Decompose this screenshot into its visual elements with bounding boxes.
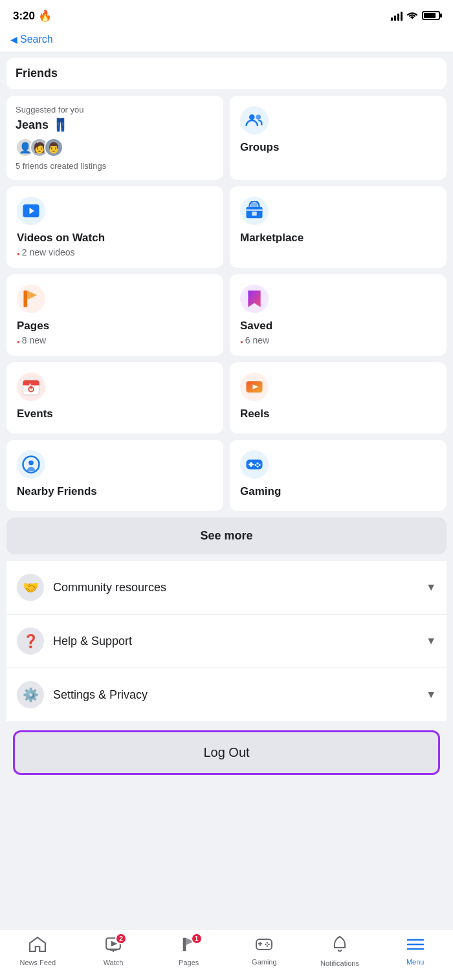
marketplace-icon <box>240 197 269 225</box>
status-icons <box>391 10 440 21</box>
status-bar: 3:20 🔥 <box>0 0 453 28</box>
help-support-item[interactable]: ❓ Help & Support ▼ <box>6 615 447 668</box>
svg-point-24 <box>257 463 259 464</box>
row-4: ★ Events Reels <box>6 362 447 433</box>
gaming-card[interactable]: Gaming <box>230 440 447 511</box>
community-resources-icon: 🤝 <box>17 574 44 601</box>
help-support-label: Help & Support <box>53 635 132 648</box>
saved-subtitle: ●6 new <box>240 335 436 345</box>
menu-icon <box>406 937 425 955</box>
reels-title: Reels <box>240 408 436 420</box>
jeans-card[interactable]: Suggested for you Jeans 👖 👤 🧑 👨 5 friend… <box>6 96 223 180</box>
avatar: 👨 <box>44 138 63 157</box>
nav-watch-label: Watch <box>104 959 124 966</box>
svg-point-1 <box>256 114 261 120</box>
bottom-nav: News Feed 2 Watch 1 Pages <box>0 929 453 980</box>
settings-privacy-icon: ⚙️ <box>17 681 44 708</box>
help-support-icon: ❓ <box>17 627 44 655</box>
reels-card[interactable]: Reels <box>230 362 447 433</box>
svg-marker-9 <box>27 290 37 299</box>
nav-menu-label: Menu <box>406 958 425 966</box>
svg-point-0 <box>249 114 255 120</box>
signal-icon <box>391 10 403 21</box>
nav-pages-label: Pages <box>179 959 199 966</box>
svg-point-19 <box>28 461 34 466</box>
nav-news-feed-label: News Feed <box>20 959 56 966</box>
jeans-suggested-label: Suggested for you <box>16 105 214 114</box>
nearby-friends-title: Nearby Friends <box>17 485 213 498</box>
chevron-down-icon: ▼ <box>426 582 436 593</box>
row-1: Suggested for you Jeans 👖 👤 🧑 👨 5 friend… <box>6 96 447 180</box>
jeans-title: Jeans 👖 <box>16 117 214 133</box>
logout-button[interactable]: Log Out <box>13 730 440 775</box>
svg-point-26 <box>254 464 256 466</box>
videos-watch-icon <box>17 197 45 225</box>
nearby-friends-card[interactable]: Nearby Friends <box>6 440 223 511</box>
pages-badge: 1 <box>191 933 203 944</box>
nav-notifications[interactable]: Notifications <box>302 936 378 967</box>
nav-gaming[interactable]: Gaming <box>226 937 302 966</box>
watch-badge: 2 <box>115 933 127 944</box>
back-button[interactable]: Search <box>10 34 443 45</box>
svg-rect-8 <box>23 290 27 307</box>
reels-icon <box>240 373 269 401</box>
saved-title: Saved <box>240 320 436 332</box>
videos-watch-title: Videos on Watch <box>17 232 213 245</box>
svg-point-39 <box>269 944 271 946</box>
logout-section: Log Out <box>6 721 447 784</box>
wifi-icon <box>406 10 418 21</box>
groups-icon <box>240 106 269 135</box>
nav-news-feed[interactable]: News Feed <box>0 937 76 966</box>
chevron-down-icon: ▼ <box>426 689 436 701</box>
jeans-emoji: 👖 <box>52 117 69 133</box>
nav-gaming-label: Gaming <box>252 958 277 966</box>
nav-pages[interactable]: 1 Pages <box>151 937 226 966</box>
gaming-title: Gaming <box>240 485 436 498</box>
row-2: Videos on Watch ●2 new videos Marketplac… <box>6 186 447 268</box>
nearby-friends-icon <box>17 450 45 479</box>
chevron-down-icon: ▼ <box>426 635 436 647</box>
gaming-icon <box>240 450 269 479</box>
svg-rect-7 <box>252 212 257 215</box>
events-icon: ★ <box>17 373 45 401</box>
row-5: Nearby Friends Gaming <box>6 440 447 511</box>
status-time: 3:20 🔥 <box>13 9 52 23</box>
pages-card[interactable]: Pages ●8 new <box>6 274 223 356</box>
watch-icon: 2 <box>105 937 122 956</box>
marketplace-title: Marketplace <box>240 232 436 245</box>
svg-rect-23 <box>249 464 254 466</box>
nav-menu[interactable]: Menu <box>377 937 453 966</box>
events-card[interactable]: ★ Events <box>6 362 223 433</box>
pages-title: Pages <box>17 320 213 332</box>
community-resources-item[interactable]: 🤝 Community resources ▼ <box>6 561 447 615</box>
see-more-button[interactable]: See more <box>6 517 447 554</box>
friends-partial-card: Friends <box>6 58 447 89</box>
main-content: Friends Suggested for you Jeans 👖 👤 🧑 👨 … <box>0 52 453 847</box>
settings-privacy-item[interactable]: ⚙️ Settings & Privacy ▼ <box>6 668 447 721</box>
search-bar: Search <box>0 28 453 52</box>
scroll-padding <box>6 784 447 842</box>
jeans-friends-text: 5 friends created listings <box>16 161 214 171</box>
home-icon <box>29 937 46 956</box>
marketplace-card[interactable]: Marketplace <box>230 186 447 268</box>
svg-rect-6 <box>251 203 258 207</box>
battery-icon <box>422 11 440 20</box>
groups-card[interactable]: Groups <box>230 96 447 180</box>
nav-watch[interactable]: 2 Watch <box>76 937 151 966</box>
svg-rect-32 <box>182 938 186 951</box>
videos-watch-card[interactable]: Videos on Watch ●2 new videos <box>6 186 223 268</box>
settings-privacy-label: Settings & Privacy <box>53 688 148 702</box>
events-title: Events <box>17 408 213 420</box>
pages-nav-icon: 1 <box>181 937 197 956</box>
saved-card[interactable]: Saved ●6 new <box>230 274 447 356</box>
groups-title: Groups <box>240 141 436 154</box>
svg-point-27 <box>257 466 259 468</box>
pages-subtitle: ●8 new <box>17 335 213 345</box>
row-3: Pages ●8 new Saved ●6 new <box>6 274 447 356</box>
accordion-section: 🤝 Community resources ▼ ❓ Help & Support… <box>6 561 447 721</box>
notifications-icon <box>332 936 348 957</box>
svg-point-40 <box>265 944 267 946</box>
new-dot: ● <box>240 339 243 345</box>
jeans-avatars: 👤 🧑 👨 <box>16 138 214 157</box>
community-resources-label: Community resources <box>53 581 166 594</box>
